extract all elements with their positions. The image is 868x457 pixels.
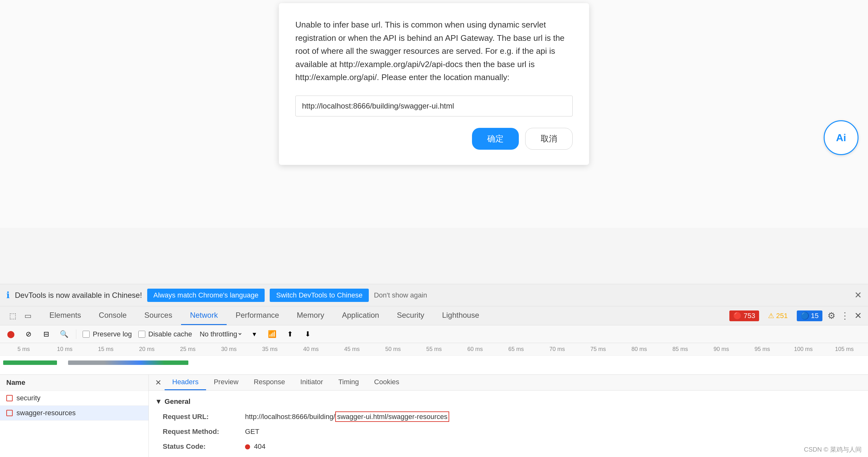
general-chevron-icon: ▼ [155,397,162,406]
dialog-overlay: Unable to infer base url. This is common… [0,0,868,228]
disable-cache-checkbox-label[interactable]: Disable cache [138,330,192,338]
preserve-log-checkbox-label[interactable]: Preserve log [83,330,132,338]
detail-tab-response[interactable]: Response [246,375,292,390]
general-title: General [165,397,191,406]
always-match-language-button[interactable]: Always match Chrome's language [147,289,265,302]
clear-button[interactable]: ⊘ [23,328,34,340]
cursor-icon[interactable]: ⬚ [6,309,19,322]
search-button[interactable]: 🔍 [58,328,70,340]
tick-5ms: 5 ms [3,346,44,353]
request-method-label: Request Method: [163,427,245,437]
tab-elements[interactable]: Elements [40,306,90,325]
devtools-panel: ℹ DevTools is now available in Chinese! … [0,284,868,457]
url-highlight: swagger-ui.html/swagger-resources [335,412,449,422]
tick-30ms: 30 ms [208,346,249,353]
tick-35ms: 35 ms [249,346,290,353]
request-url-value: http://localhost:8666/building/swagger-u… [245,412,862,422]
error-icon: 🔴 [733,312,742,320]
info-count: 15 [811,312,818,320]
tick-80ms: 80 ms [619,346,660,353]
timeline-bar-area [0,356,868,374]
status-code-number: 404 [254,443,266,450]
preserve-log-label: Preserve log [93,330,132,338]
file-item-swagger-resources[interactable]: swagger-resources [0,406,149,421]
tab-performance[interactable]: Performance [227,306,288,325]
tick-85ms: 85 ms [660,346,701,353]
wifi-icon[interactable]: 📶 [267,328,278,340]
throttle-dropdown-icon[interactable]: ▾ [249,328,260,340]
tick-90ms: 90 ms [701,346,742,353]
preserve-log-checkbox[interactable] [83,331,90,338]
timeline-area: 5 ms 10 ms 15 ms 20 ms 25 ms 30 ms 35 ms… [0,343,868,375]
warning-icon: ⚠ [768,312,774,320]
switch-to-chinese-button[interactable]: Switch DevTools to Chinese [270,289,369,302]
file-error-icon-security [6,395,13,401]
tick-55ms: 55 ms [413,346,455,353]
banner-close-icon[interactable]: ✕ [855,290,862,300]
dont-show-again-link[interactable]: Don't show again [374,291,427,299]
devtools-badges: 🔴 753 ⚠ 251 🔵 15 ⚙ ⋮ ✕ [730,311,862,321]
dialog-buttons: 确定 取消 [296,128,572,150]
tick-95ms: 95 ms [742,346,783,353]
swagger-dialog: Unable to infer base url. This is common… [279,3,589,165]
tab-application[interactable]: Application [333,306,388,325]
status-code-value: 404 [245,442,862,452]
filter-icon[interactable]: ⊟ [40,328,52,340]
device-icon[interactable]: ▭ [22,309,34,322]
devtools-tabs-bar: ⬚ ▭ Elements Console Sources Network Per… [0,306,868,325]
general-section: ▼ General Request URL: http://localhost:… [149,391,868,457]
error-badge[interactable]: 🔴 753 [730,311,759,321]
network-toolbar: ⬤ ⊘ ⊟ 🔍 Preserve log Disable cache No th… [0,325,868,343]
disable-cache-label: Disable cache [149,330,192,338]
detail-close-icon[interactable]: ✕ [152,378,165,387]
timeline-green-bar [3,360,57,365]
dialog-message: Unable to infer base url. This is common… [296,19,572,84]
devtools-icon-buttons: ⬚ ▭ [6,309,34,322]
close-panel-icon[interactable]: ✕ [855,311,862,321]
tick-40ms: 40 ms [290,346,332,353]
tab-security[interactable]: Security [388,306,433,325]
warning-badge[interactable]: ⚠ 251 [764,311,792,321]
confirm-button[interactable]: 确定 [472,128,519,150]
request-url-label: Request URL: [163,412,245,422]
disable-cache-checkbox[interactable] [138,331,145,338]
tab-memory[interactable]: Memory [288,306,333,325]
detail-tab-timing[interactable]: Timing [331,375,367,390]
info-badge[interactable]: 🔵 15 [797,311,823,321]
more-options-icon[interactable]: ⋮ [840,311,849,321]
tab-sources[interactable]: Sources [135,306,181,325]
tab-network[interactable]: Network [181,306,227,325]
tick-65ms: 65 ms [496,346,537,353]
tick-105ms: 105 ms [824,346,865,353]
request-method-value: GET [245,427,862,437]
download-icon[interactable]: ⬇ [302,328,313,340]
request-panel: Name security swagger-resources ✕ Header… [0,375,868,457]
throttle-select[interactable]: No throttling [198,330,243,338]
status-dot-icon [245,444,250,449]
file-list-header: Name [0,375,149,391]
general-section-header[interactable]: ▼ General [155,394,862,410]
tick-75ms: 75 ms [578,346,619,353]
record-button[interactable]: ⬤ [5,328,17,340]
ai-button[interactable]: Ai [824,120,859,155]
upload-icon[interactable]: ⬆ [284,328,296,340]
timeline-blue-bar [68,360,188,365]
detail-tab-headers[interactable]: Headers [165,375,206,390]
tab-lighthouse[interactable]: Lighthouse [433,306,488,325]
cancel-button[interactable]: 取消 [525,128,572,150]
devtools-language-banner: ℹ DevTools is now available in Chinese! … [0,284,868,306]
dialog-url-input[interactable] [296,96,572,117]
remote-address-row: Remote Address: [::1]:8666 [155,454,862,457]
tab-console[interactable]: Console [90,306,135,325]
settings-icon[interactable]: ⚙ [828,311,835,321]
tick-10ms: 10 ms [44,346,86,353]
detail-tab-preview[interactable]: Preview [206,375,246,390]
banner-text: DevTools is now available in Chinese! [15,291,142,300]
detail-panel: ✕ Headers Preview Response Initiator Tim… [149,375,868,457]
warning-count: 251 [776,312,788,320]
detail-tab-cookies[interactable]: Cookies [367,375,407,390]
tick-70ms: 70 ms [536,346,578,353]
file-item-security[interactable]: security [0,391,149,406]
detail-tab-initiator[interactable]: Initiator [292,375,331,390]
file-list: Name security swagger-resources [0,375,149,457]
